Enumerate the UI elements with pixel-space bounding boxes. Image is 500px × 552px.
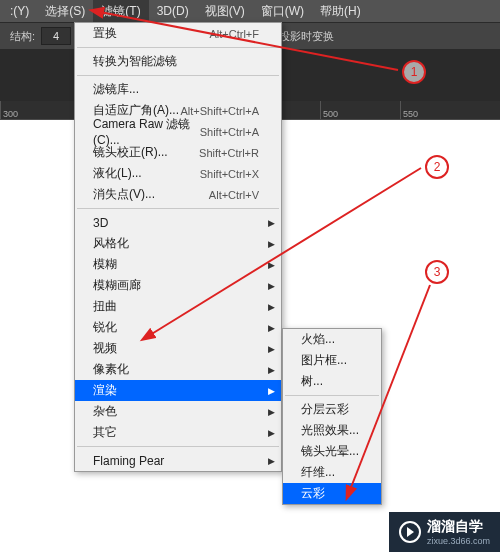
menu-label: 风格化 bbox=[93, 235, 129, 252]
menu-label: 3D bbox=[93, 216, 108, 230]
filter-other[interactable]: 其它 ▶ bbox=[75, 422, 281, 443]
shadow-transform-label: 投影时变换 bbox=[279, 29, 334, 44]
render-lens-flare[interactable]: 镜头光晕... bbox=[283, 441, 381, 462]
menu-label: Flaming Pear bbox=[93, 454, 164, 468]
submenu-arrow-icon: ▶ bbox=[268, 365, 275, 375]
menu-label: 置换 bbox=[93, 25, 117, 42]
filter-blur[interactable]: 模糊 ▶ bbox=[75, 254, 281, 275]
filter-blur-gallery[interactable]: 模糊画廊 ▶ bbox=[75, 275, 281, 296]
filter-dropdown: 置换 Alt+Ctrl+F 转换为智能滤镜 滤镜库... 自适应广角(A)...… bbox=[74, 22, 282, 472]
menu-label: 滤镜库... bbox=[93, 81, 139, 98]
filter-distort[interactable]: 扭曲 ▶ bbox=[75, 296, 281, 317]
submenu-arrow-icon: ▶ bbox=[268, 386, 275, 396]
menu-label: 镜头光晕... bbox=[301, 443, 359, 460]
menu-label: 像素化 bbox=[93, 361, 129, 378]
menu-item-view[interactable]: 视图(V) bbox=[197, 0, 253, 22]
render-difference-clouds[interactable]: 分层云彩 bbox=[283, 399, 381, 420]
struct-label: 结构: bbox=[10, 29, 35, 44]
menu-item-help[interactable]: 帮助(H) bbox=[312, 0, 369, 22]
ruler-tick: 500 bbox=[320, 101, 400, 119]
submenu-arrow-icon: ▶ bbox=[268, 218, 275, 228]
menu-bar: :(Y) 选择(S) 滤镜(T) 3D(D) 视图(V) 窗口(W) 帮助(H) bbox=[0, 0, 500, 22]
menu-label: 视频 bbox=[93, 340, 117, 357]
submenu-arrow-icon: ▶ bbox=[268, 302, 275, 312]
filter-stylize[interactable]: 风格化 ▶ bbox=[75, 233, 281, 254]
menu-shortcut: Alt+Ctrl+V bbox=[209, 189, 259, 201]
menu-item-window[interactable]: 窗口(W) bbox=[253, 0, 312, 22]
filter-lens-correction[interactable]: 镜头校正(R)... Shift+Ctrl+R bbox=[75, 142, 281, 163]
menu-label: 纤维... bbox=[301, 464, 335, 481]
menu-item-select[interactable]: 选择(S) bbox=[37, 0, 93, 22]
menu-label: 杂色 bbox=[93, 403, 117, 420]
menu-label: 云彩 bbox=[301, 485, 325, 502]
play-icon bbox=[399, 521, 421, 543]
submenu-arrow-icon: ▶ bbox=[268, 407, 275, 417]
menu-shortcut: Shift+Ctrl+R bbox=[199, 147, 259, 159]
separator bbox=[77, 208, 279, 209]
menu-shortcut: Shift+Ctrl+X bbox=[200, 168, 259, 180]
submenu-arrow-icon: ▶ bbox=[268, 260, 275, 270]
submenu-arrow-icon: ▶ bbox=[268, 323, 275, 333]
menu-shortcut: Alt+Shift+Ctrl+A bbox=[180, 105, 259, 117]
filter-convert-smart[interactable]: 转换为智能滤镜 bbox=[75, 51, 281, 72]
filter-3d[interactable]: 3D ▶ bbox=[75, 212, 281, 233]
menu-label: 扭曲 bbox=[93, 298, 117, 315]
render-submenu: 火焰... 图片框... 树... 分层云彩 光照效果... 镜头光晕... 纤… bbox=[282, 328, 382, 505]
menu-label: 树... bbox=[301, 373, 323, 390]
menu-label: 光照效果... bbox=[301, 422, 359, 439]
filter-liquify[interactable]: 液化(L)... Shift+Ctrl+X bbox=[75, 163, 281, 184]
menu-shortcut: Alt+Ctrl+F bbox=[209, 28, 259, 40]
submenu-arrow-icon: ▶ bbox=[268, 239, 275, 249]
menu-shortcut: Shift+Ctrl+A bbox=[200, 126, 259, 138]
render-clouds[interactable]: 云彩 bbox=[283, 483, 381, 504]
filter-pixelate[interactable]: 像素化 ▶ bbox=[75, 359, 281, 380]
render-lighting-effects[interactable]: 光照效果... bbox=[283, 420, 381, 441]
render-picture-frame[interactable]: 图片框... bbox=[283, 350, 381, 371]
filter-camera-raw[interactable]: Camera Raw 滤镜(C)... Shift+Ctrl+A bbox=[75, 121, 281, 142]
menu-label: 锐化 bbox=[93, 319, 117, 336]
filter-vanishing-point[interactable]: 消失点(V)... Alt+Ctrl+V bbox=[75, 184, 281, 205]
ruler-tick: 550 bbox=[400, 101, 480, 119]
callout-2: 2 bbox=[425, 155, 449, 179]
callout-3: 3 bbox=[425, 260, 449, 284]
filter-sharpen[interactable]: 锐化 ▶ bbox=[75, 317, 281, 338]
menu-label: 模糊 bbox=[93, 256, 117, 273]
watermark: 溜溜自学 zixue.3d66.com bbox=[389, 512, 500, 552]
submenu-arrow-icon: ▶ bbox=[268, 456, 275, 466]
render-fibers[interactable]: 纤维... bbox=[283, 462, 381, 483]
filter-gallery[interactable]: 滤镜库... bbox=[75, 79, 281, 100]
watermark-url: zixue.3d66.com bbox=[427, 536, 490, 546]
menu-label: 渲染 bbox=[93, 382, 117, 399]
filter-noise[interactable]: 杂色 ▶ bbox=[75, 401, 281, 422]
menu-label: 转换为智能滤镜 bbox=[93, 53, 177, 70]
menu-item-filter[interactable]: 滤镜(T) bbox=[93, 0, 148, 22]
menu-label: 图片框... bbox=[301, 352, 347, 369]
filter-flaming-pear[interactable]: Flaming Pear ▶ bbox=[75, 450, 281, 471]
submenu-arrow-icon: ▶ bbox=[268, 344, 275, 354]
ruler-tick: 300 bbox=[0, 101, 80, 119]
menu-item-3d[interactable]: 3D(D) bbox=[149, 1, 197, 21]
filter-render[interactable]: 渲染 ▶ bbox=[75, 380, 281, 401]
menu-label: 分层云彩 bbox=[301, 401, 349, 418]
submenu-arrow-icon: ▶ bbox=[268, 281, 275, 291]
struct-input[interactable] bbox=[41, 27, 71, 45]
menu-item-layer[interactable]: :(Y) bbox=[2, 1, 37, 21]
menu-label: 其它 bbox=[93, 424, 117, 441]
separator bbox=[77, 75, 279, 76]
menu-label: 液化(L)... bbox=[93, 165, 142, 182]
menu-label: 消失点(V)... bbox=[93, 186, 155, 203]
watermark-title: 溜溜自学 bbox=[427, 518, 490, 536]
menu-label: 模糊画廊 bbox=[93, 277, 141, 294]
render-tree[interactable]: 树... bbox=[283, 371, 381, 392]
submenu-arrow-icon: ▶ bbox=[268, 428, 275, 438]
separator bbox=[285, 395, 379, 396]
separator bbox=[77, 47, 279, 48]
callout-1: 1 bbox=[402, 60, 426, 84]
filter-last[interactable]: 置换 Alt+Ctrl+F bbox=[75, 23, 281, 44]
render-flame[interactable]: 火焰... bbox=[283, 329, 381, 350]
menu-label: 镜头校正(R)... bbox=[93, 144, 168, 161]
filter-video[interactable]: 视频 ▶ bbox=[75, 338, 281, 359]
menu-label: 火焰... bbox=[301, 331, 335, 348]
separator bbox=[77, 446, 279, 447]
